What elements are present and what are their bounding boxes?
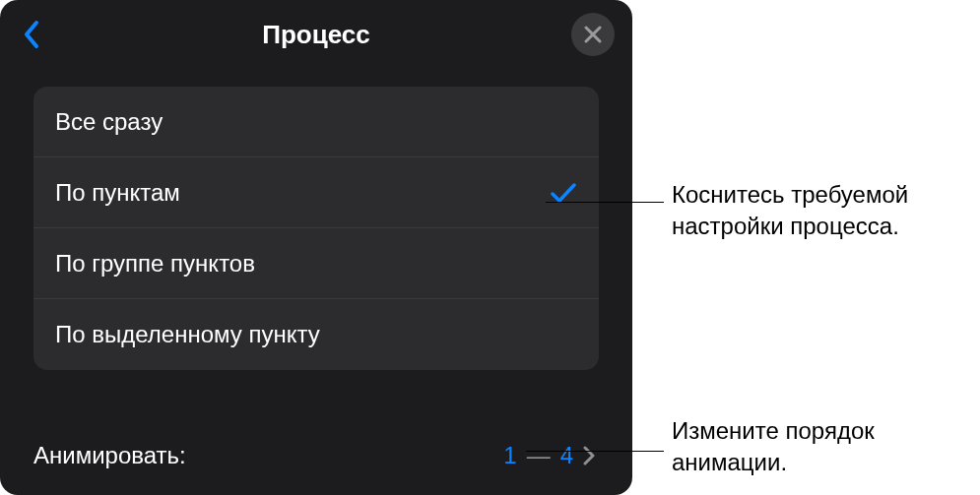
option-all-at-once[interactable]: Все сразу (33, 87, 599, 157)
back-button[interactable] (18, 17, 45, 52)
animate-to: 4 (560, 442, 573, 469)
option-label: По выделенному пункту (55, 321, 320, 348)
option-by-bullet-group[interactable]: По группе пунктов (33, 228, 599, 299)
animate-order-row[interactable]: Анимировать: 1 — 4 (0, 416, 632, 495)
option-label: По группе пунктов (55, 250, 255, 278)
panel-header: Процесс (0, 0, 632, 69)
option-label: Все сразу (55, 108, 163, 136)
callout-leader-line (546, 202, 664, 203)
close-button[interactable] (571, 13, 615, 56)
option-by-bullet[interactable]: По пунктам (33, 157, 599, 228)
annotation-layer: Коснитесь требуемой настройки процесса. … (632, 0, 980, 495)
animate-label: Анимировать: (33, 442, 186, 469)
callout-setting: Коснитесь требуемой настройки процесса. (672, 179, 980, 243)
chevron-right-icon (583, 444, 599, 467)
animate-range: 1 — 4 (503, 442, 599, 469)
chevron-left-icon (23, 20, 40, 49)
close-icon (584, 26, 602, 43)
callout-leader-line (526, 451, 664, 452)
process-settings-panel: Процесс Все сразу По пунктам По группе п… (0, 0, 632, 495)
callout-order: Измените порядок анимации. (672, 415, 980, 479)
option-by-highlighted-bullet[interactable]: По выделенному пункту (33, 299, 599, 370)
animate-from: 1 (503, 442, 516, 469)
option-label: По пунктам (55, 179, 180, 207)
panel-title: Процесс (262, 20, 369, 50)
range-dash: — (527, 442, 551, 469)
delivery-options-list: Все сразу По пунктам По группе пунктов П… (33, 87, 599, 370)
